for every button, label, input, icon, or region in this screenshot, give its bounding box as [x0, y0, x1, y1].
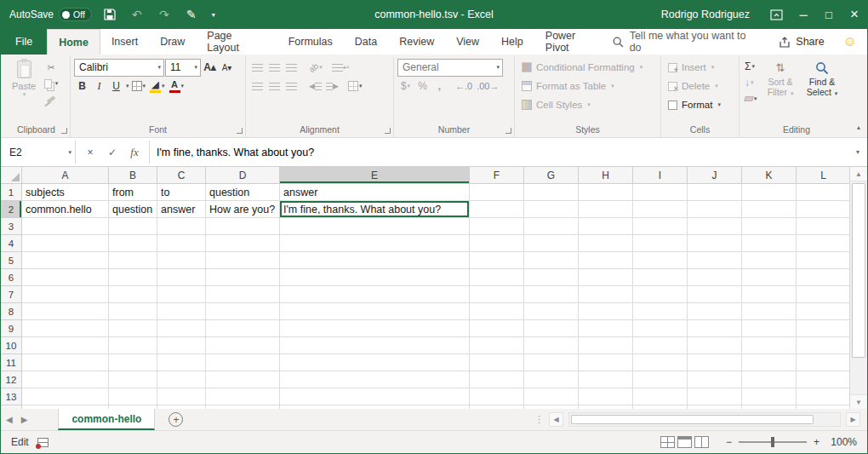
maximize-button[interactable]: □ — [816, 0, 842, 29]
cell-B9[interactable] — [109, 320, 157, 337]
formula-input[interactable]: I'm fine, thanks. What about you? — [150, 141, 848, 164]
row-header-6[interactable]: 6 — [1, 269, 22, 286]
cell-I1[interactable] — [633, 184, 688, 201]
macro-record-icon[interactable] — [37, 438, 49, 447]
cell-H2[interactable] — [579, 201, 633, 218]
decrease-font-size-button[interactable]: A▾ — [219, 59, 235, 76]
italic-button[interactable]: I — [91, 78, 107, 95]
cell-J4[interactable] — [688, 235, 742, 252]
cell-J5[interactable] — [688, 252, 742, 269]
row-header-1[interactable]: 1 — [1, 184, 22, 201]
cell-H9[interactable] — [579, 320, 633, 337]
cell-L12[interactable] — [797, 371, 849, 388]
align-center-button[interactable] — [266, 78, 283, 95]
cell-G1[interactable] — [524, 184, 579, 201]
cell-K7[interactable] — [742, 286, 797, 303]
cell-L13[interactable] — [797, 388, 849, 405]
confirm-entry-button[interactable]: ✓ — [101, 141, 123, 164]
cell-G6[interactable] — [524, 269, 579, 286]
cell-D12[interactable] — [206, 371, 280, 388]
normal-view-icon[interactable] — [660, 436, 675, 448]
row-header-10[interactable]: 10 — [1, 337, 22, 354]
cell-K13[interactable] — [742, 388, 797, 405]
comma-style-button[interactable]: , — [431, 78, 448, 95]
cell-G8[interactable] — [524, 303, 579, 320]
cell-E12[interactable] — [280, 371, 470, 388]
cell-H1[interactable] — [579, 184, 633, 201]
cell-L5[interactable] — [797, 252, 849, 269]
cell-C2[interactable]: answer — [157, 201, 206, 218]
cell-L8[interactable] — [797, 303, 849, 320]
autosave-pill[interactable]: Off — [59, 8, 92, 21]
cell-C4[interactable] — [157, 235, 206, 252]
row-header-12[interactable]: 12 — [1, 371, 22, 388]
cell-K1[interactable] — [742, 184, 797, 201]
cell-I10[interactable] — [633, 337, 688, 354]
cell-G4[interactable] — [524, 235, 579, 252]
cell-C10[interactable] — [157, 337, 206, 354]
delete-cells-button[interactable]: Delete ▾ — [665, 77, 735, 95]
cell-I13[interactable] — [633, 388, 688, 405]
cell-J8[interactable] — [688, 303, 742, 320]
minimize-button[interactable]: ─ — [791, 0, 816, 29]
cell-G5[interactable] — [524, 252, 579, 269]
cell-J11[interactable] — [688, 354, 742, 371]
cell-E4[interactable] — [280, 235, 470, 252]
cell-A8[interactable] — [22, 303, 109, 320]
cell-J2[interactable] — [688, 201, 742, 218]
cell-C6[interactable] — [157, 269, 206, 286]
cell-J7[interactable] — [688, 286, 742, 303]
increase-decimal-button[interactable]: ←.0 — [454, 78, 474, 95]
cell-E3[interactable] — [280, 218, 470, 235]
ribbon-tab-power-pivot[interactable]: Power Pivot — [534, 29, 613, 55]
cell-D13[interactable] — [206, 388, 280, 405]
borders-button[interactable]: ▾ — [130, 78, 148, 95]
cell-C11[interactable] — [157, 354, 206, 371]
sort-filter-button[interactable]: ⇅ Sort & Filter ▾ — [761, 58, 801, 124]
percent-style-button[interactable]: % — [414, 78, 431, 95]
cell-A12[interactable] — [22, 371, 109, 388]
merge-center-button[interactable]: ▾ — [346, 78, 364, 95]
cell-G3[interactable] — [524, 218, 579, 235]
cell-F2[interactable] — [470, 201, 524, 218]
font-name-combo[interactable]: Calibri ▾ — [74, 59, 164, 77]
cell-C12[interactable] — [157, 371, 206, 388]
cell-E5[interactable] — [280, 252, 470, 269]
cell-L2[interactable] — [797, 201, 849, 218]
cell-F8[interactable] — [470, 303, 524, 320]
col-header-G[interactable]: G — [524, 167, 579, 184]
cell-D11[interactable] — [206, 354, 280, 371]
expand-formula-bar-icon[interactable]: ▾ — [848, 141, 867, 164]
underline-button[interactable]: U — [108, 78, 124, 95]
cell-G2[interactable] — [524, 201, 579, 218]
cell-C5[interactable] — [157, 252, 206, 269]
autosum-button[interactable]: Σ▾ — [743, 59, 759, 74]
vertical-scroll-thumb[interactable] — [852, 183, 865, 358]
insert-function-button[interactable]: fx — [123, 141, 146, 164]
cell-D10[interactable] — [206, 337, 280, 354]
cell-A10[interactable] — [22, 337, 109, 354]
cell-L4[interactable] — [797, 235, 849, 252]
cell-D5[interactable] — [206, 252, 280, 269]
undo-icon[interactable]: ↶ — [128, 5, 146, 24]
horizontal-scroll-thumb[interactable] — [571, 415, 814, 424]
cell-E2[interactable]: I'm fine, thanks. What about you? — [280, 201, 470, 218]
cell-C7[interactable] — [157, 286, 206, 303]
orientation-button[interactable]: ab▾ — [307, 59, 324, 76]
cell-B11[interactable] — [109, 354, 157, 371]
cell-D8[interactable] — [206, 303, 280, 320]
cell-A2[interactable]: common.hello — [22, 201, 109, 218]
cell-D2[interactable]: How are you? — [206, 201, 280, 218]
decrease-decimal-button[interactable]: .00→ — [475, 78, 500, 95]
cell-C9[interactable] — [157, 320, 206, 337]
cell-I5[interactable] — [633, 252, 688, 269]
align-left-button[interactable] — [249, 78, 266, 95]
col-header-L[interactable]: L — [797, 167, 849, 184]
cell-K10[interactable] — [742, 337, 797, 354]
format-painter-button[interactable] — [42, 92, 60, 107]
zoom-track[interactable] — [739, 441, 807, 443]
redo-icon[interactable]: ↷ — [155, 5, 174, 24]
scroll-left-icon[interactable]: ◀ — [549, 412, 563, 427]
cell-D7[interactable] — [206, 286, 280, 303]
row-header-8[interactable]: 8 — [1, 303, 22, 320]
